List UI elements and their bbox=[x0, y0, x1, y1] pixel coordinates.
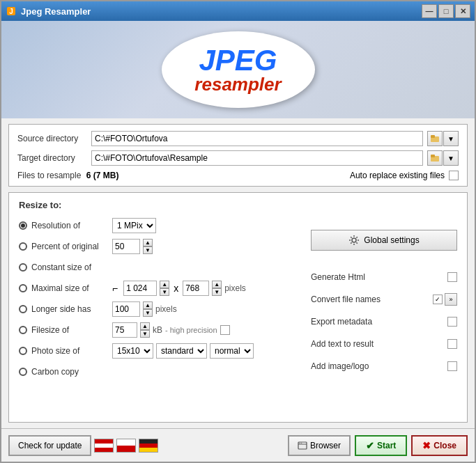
global-settings-label: Global settings bbox=[364, 235, 419, 245]
maximize-button[interactable]: □ bbox=[438, 4, 454, 18]
precision-checkbox[interactable] bbox=[220, 325, 230, 335]
target-btn-group: ▼ bbox=[427, 150, 459, 166]
filesize-input[interactable] bbox=[112, 322, 137, 338]
longer-down[interactable]: ▼ bbox=[143, 309, 153, 317]
resolution-label: Resolution of bbox=[31, 221, 108, 230]
filesize-row: Filesize of ▲ ▼ kB - high precision bbox=[19, 322, 304, 338]
source-btn-group: ▼ bbox=[427, 131, 459, 146]
carbon-radio[interactable] bbox=[19, 368, 27, 376]
browser-icon bbox=[298, 441, 307, 450]
source-dropdown-button[interactable]: ▼ bbox=[443, 131, 459, 146]
percent-radio[interactable] bbox=[19, 242, 27, 251]
photo-quality-select[interactable]: normal high low bbox=[210, 343, 254, 359]
convert-names-controls: ✓ » bbox=[433, 293, 457, 306]
files-info: Files to resample 6 (7 MB) bbox=[17, 171, 118, 180]
height-down[interactable]: ▼ bbox=[212, 288, 222, 296]
longer-control: ▲ ▼ pixels bbox=[112, 301, 177, 317]
percent-spinner: ▲ ▼ bbox=[143, 239, 153, 254]
add-text-checkbox[interactable] bbox=[447, 339, 457, 349]
target-folder-button[interactable] bbox=[427, 150, 443, 166]
resolution-radio[interactable] bbox=[19, 221, 27, 230]
check-update-button[interactable]: Check for update bbox=[8, 435, 91, 456]
source-input[interactable] bbox=[91, 131, 423, 146]
auto-replace-label: Auto replace existing files bbox=[350, 171, 445, 180]
generate-html-checkbox[interactable] bbox=[447, 272, 457, 282]
filesize-down[interactable]: ▼ bbox=[140, 330, 150, 338]
main-content: Source directory ▼ Target directory bbox=[1, 118, 475, 428]
maximal-label: Maximal size of bbox=[31, 283, 108, 293]
filesize-control: ▲ ▼ kB - high precision bbox=[112, 322, 230, 338]
source-folder-button[interactable] bbox=[427, 131, 443, 146]
target-dropdown-button[interactable]: ▼ bbox=[443, 150, 459, 166]
filesize-label: Filesize of bbox=[31, 325, 108, 335]
target-input[interactable] bbox=[91, 150, 423, 166]
svg-point-10 bbox=[301, 442, 302, 444]
main-window: J Jpeg Resampler — □ ✕ JPEG resampler So… bbox=[0, 0, 476, 463]
width-up[interactable]: ▲ bbox=[160, 281, 169, 288]
export-metadata-checkbox[interactable] bbox=[447, 317, 457, 327]
add-text-row: Add text to result bbox=[311, 336, 457, 352]
footer-right: Browser ✔ Start ✖ Close bbox=[288, 435, 468, 456]
convert-names-label: Convert file names bbox=[311, 295, 381, 304]
filesize-radio[interactable] bbox=[19, 326, 27, 334]
logo-area: JPEG resampler bbox=[1, 21, 475, 118]
close-app-button[interactable]: ✖ Close bbox=[411, 435, 468, 456]
export-metadata-label: Export metadata bbox=[311, 317, 372, 327]
flag-cz-stripe2 bbox=[117, 446, 135, 452]
filesize-up[interactable]: ▲ bbox=[140, 322, 150, 330]
longer-radio[interactable] bbox=[19, 305, 27, 313]
window-title: Jpeg Resampler bbox=[21, 6, 422, 17]
close-x-icon: ✖ bbox=[422, 440, 431, 451]
start-button[interactable]: ✔ Start bbox=[355, 435, 407, 456]
resize-body: Resolution of 1 MPix 2 MPix 3 MPix Pe bbox=[19, 217, 457, 415]
pixels-label: pixels bbox=[224, 283, 246, 293]
percent-row: Percent of original ▲ ▼ bbox=[19, 238, 304, 255]
width-input[interactable] bbox=[123, 281, 157, 296]
convert-names-checkbox[interactable]: ✓ bbox=[433, 295, 443, 304]
files-count: 6 (7 MB) bbox=[86, 171, 119, 180]
flag-us-button[interactable] bbox=[94, 439, 114, 453]
resolution-select[interactable]: 1 MPix 2 MPix 3 MPix bbox=[112, 218, 156, 233]
flag-cz-button[interactable] bbox=[116, 439, 136, 453]
files-row: Files to resample 6 (7 MB) Auto replace … bbox=[17, 171, 459, 180]
precision-label: - high precision bbox=[165, 326, 217, 334]
gear-icon bbox=[348, 235, 360, 246]
add-image-checkbox[interactable] bbox=[447, 361, 457, 371]
svg-text:J: J bbox=[9, 8, 13, 15]
maximal-row: Maximal size of ⌐ ▲ ▼ x ▲ bbox=[19, 280, 304, 297]
width-spinner: ▲ ▼ bbox=[160, 281, 169, 296]
photo-size-select[interactable]: 15x10 13x9 10x7 bbox=[112, 343, 153, 359]
close-button[interactable]: ✕ bbox=[455, 4, 470, 18]
longer-up[interactable]: ▲ bbox=[143, 301, 153, 309]
export-metadata-controls bbox=[447, 317, 457, 327]
constant-radio[interactable] bbox=[19, 263, 27, 272]
source-label: Source directory bbox=[17, 134, 87, 143]
photo-standard-select[interactable]: standard large bbox=[156, 343, 207, 359]
longer-label: Longer side has bbox=[31, 304, 108, 314]
percent-up[interactable]: ▲ bbox=[143, 239, 153, 246]
height-up[interactable]: ▲ bbox=[212, 281, 222, 288]
resize-panel: Resize to: Resolution of 1 MPix 2 MPix 3… bbox=[8, 192, 468, 423]
generate-html-controls bbox=[447, 272, 457, 282]
close-label: Close bbox=[433, 441, 456, 450]
add-image-label: Add image/logo bbox=[311, 361, 369, 371]
longer-input[interactable] bbox=[112, 301, 140, 317]
maximal-radio[interactable] bbox=[19, 284, 27, 292]
height-input[interactable] bbox=[183, 281, 209, 296]
percent-input[interactable] bbox=[112, 239, 140, 254]
convert-names-arrow[interactable]: » bbox=[445, 293, 457, 306]
dimension-control: ⌐ ▲ ▼ x ▲ ▼ pixels bbox=[112, 281, 246, 296]
add-image-controls bbox=[447, 361, 457, 371]
longer-pixels: pixels bbox=[155, 304, 177, 314]
percent-down[interactable]: ▼ bbox=[143, 246, 153, 254]
photo-radio[interactable] bbox=[19, 347, 27, 355]
flag-de-button[interactable] bbox=[139, 439, 158, 453]
global-settings-button[interactable]: Global settings bbox=[311, 230, 457, 251]
constant-label: Constant size of bbox=[31, 262, 108, 272]
auto-replace-checkbox[interactable] bbox=[449, 171, 459, 180]
width-down[interactable]: ▼ bbox=[160, 288, 169, 296]
browser-button[interactable]: Browser bbox=[288, 435, 351, 456]
percent-control: ▲ ▼ bbox=[112, 239, 153, 254]
svg-point-6 bbox=[352, 238, 356, 242]
minimize-button[interactable]: — bbox=[422, 4, 437, 18]
